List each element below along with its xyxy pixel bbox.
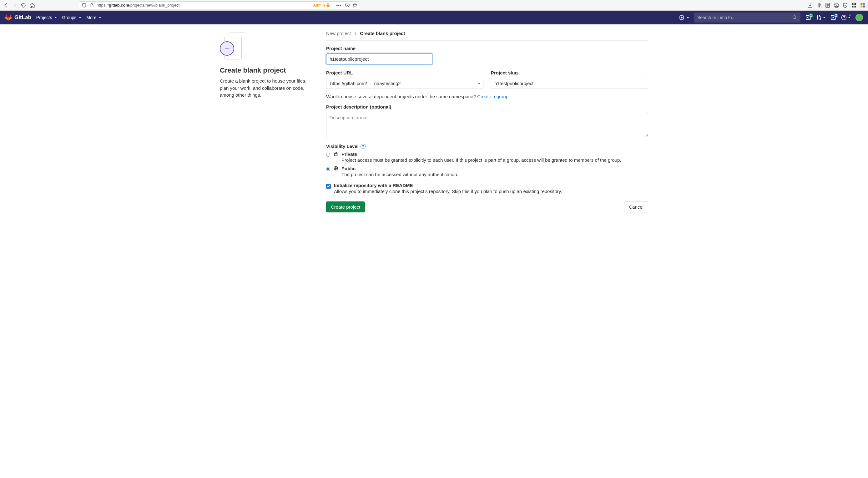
breadcrumb: New project ❯ Create blank project: [326, 31, 648, 41]
plus-box-icon: [679, 15, 684, 20]
ublock-icon[interactable]: u: [842, 2, 848, 8]
pocket-icon[interactable]: [345, 3, 350, 8]
search-icon: [792, 15, 797, 20]
project-url-label: Project URL: [326, 70, 484, 76]
cancel-button[interactable]: Cancel: [624, 202, 648, 212]
lock-icon: [333, 151, 338, 156]
svg-rect-24: [334, 154, 337, 156]
visibility-private-option[interactable]: Private Project access must be granted e…: [326, 151, 648, 163]
namespace-hint: Want to house several dependent projects…: [326, 94, 648, 99]
browser-toolbar-right: u: [807, 2, 866, 8]
reader-icon[interactable]: [825, 2, 831, 8]
svg-rect-11: [863, 3, 865, 5]
visibility-public-option[interactable]: Public The project can be accessed witho…: [326, 166, 648, 177]
left-column: ＋ Create blank project Create a blank pr…: [220, 31, 314, 212]
svg-text:u: u: [844, 4, 846, 6]
help-icon: [841, 15, 847, 20]
page-description: Create a blank project to house your fil…: [220, 78, 314, 99]
visibility-private-radio[interactable]: [326, 153, 330, 157]
visibility-public-radio[interactable]: [326, 167, 330, 171]
url-text: https://gitlab.com/projects/new#blank_pr…: [97, 3, 311, 7]
breadcrumb-separator: ❯: [354, 31, 357, 35]
namespace-dropdown-caret[interactable]: [475, 78, 484, 89]
blank-project-icon: ＋: [220, 33, 247, 61]
nav-forward-button: [11, 2, 18, 9]
admin-badge: Admin: [313, 3, 330, 7]
search-input[interactable]: [697, 15, 792, 20]
home-button[interactable]: [29, 2, 36, 9]
nav-issues[interactable]: 1: [805, 15, 811, 20]
svg-rect-13: [863, 5, 865, 7]
page-actions-icon[interactable]: •••: [336, 2, 342, 9]
project-slug-input[interactable]: [491, 78, 648, 89]
nav-new-button[interactable]: [679, 15, 689, 20]
form-actions: Create project Cancel: [326, 202, 648, 212]
readme-checkbox[interactable]: [326, 184, 331, 189]
todos-count: 2: [834, 13, 838, 18]
readme-option[interactable]: Initialize repository with a README Allo…: [326, 183, 648, 194]
nav-more[interactable]: More: [86, 15, 101, 20]
nav-merge-requests[interactable]: [816, 15, 826, 20]
page-content: ＋ Create blank project Create a blank pr…: [211, 24, 657, 225]
svg-rect-12: [861, 5, 862, 7]
project-slug-label: Project slug: [491, 70, 648, 76]
project-url-group: Project URL https://gitlab.com/ naaytest…: [326, 70, 484, 89]
svg-point-4: [836, 4, 837, 5]
downloads-icon[interactable]: [807, 2, 813, 8]
browser-chrome: https://gitlab.com/projects/new#blank_pr…: [0, 0, 868, 11]
project-slug-group: Project slug: [491, 70, 648, 89]
form-column: New project ❯ Create blank project Proje…: [326, 31, 648, 212]
library-icon[interactable]: [816, 2, 822, 8]
project-name-label: Project name: [326, 46, 648, 51]
url-prefix: https://gitlab.com/: [326, 78, 371, 89]
account-icon[interactable]: [834, 2, 839, 8]
svg-rect-10: [861, 3, 862, 5]
ext-grid-icon[interactable]: [851, 2, 857, 8]
svg-rect-1: [327, 4, 329, 6]
merge-request-icon: [816, 15, 822, 20]
nav-todos[interactable]: 2: [831, 15, 836, 20]
namespace-select[interactable]: naaytesting2: [371, 78, 475, 89]
gitlab-wordmark: GitLab: [14, 14, 31, 21]
project-name-input[interactable]: [326, 54, 432, 64]
notification-dot: [848, 14, 851, 17]
nav-back-button[interactable]: [2, 2, 9, 9]
page-title: Create blank project: [220, 66, 314, 74]
issues-count: 1: [809, 13, 813, 18]
lock-icon: [89, 3, 94, 8]
svg-rect-9: [855, 6, 856, 7]
visibility-label: Visibility Level ?: [326, 144, 648, 149]
nav-search[interactable]: [694, 12, 801, 23]
readme-label: Initialize repository with a README: [334, 183, 562, 188]
svg-point-17: [808, 17, 809, 19]
nav-projects[interactable]: Projects: [36, 15, 57, 20]
breadcrumb-current: Create blank project: [360, 31, 405, 36]
nav-groups[interactable]: Groups: [62, 15, 81, 20]
reload-button[interactable]: [20, 2, 27, 9]
create-project-button[interactable]: Create project: [326, 202, 365, 212]
ext-color-icon[interactable]: [860, 2, 866, 8]
gitlab-logo-icon: [5, 14, 12, 21]
svg-rect-7: [855, 3, 856, 5]
description-label: Project description (optional): [326, 104, 648, 110]
svg-rect-6: [852, 3, 853, 5]
separator: [333, 2, 333, 8]
svg-rect-8: [852, 6, 853, 7]
tracking-shield-icon: [82, 3, 87, 8]
nav-help[interactable]: [841, 15, 850, 20]
user-avatar[interactable]: [856, 14, 863, 21]
description-textarea[interactable]: [326, 112, 648, 137]
gitlab-logo[interactable]: GitLab: [5, 14, 31, 21]
breadcrumb-parent[interactable]: New project: [326, 31, 351, 36]
globe-icon: [333, 166, 338, 171]
gitlab-navbar: GitLab Projects Groups More 1 2: [0, 11, 868, 24]
create-group-link[interactable]: Create a group.: [477, 94, 510, 99]
visibility-help-icon[interactable]: ?: [361, 144, 366, 149]
readme-description: Allows you to immediately clone this pro…: [334, 189, 562, 194]
address-bar[interactable]: https://gitlab.com/projects/new#blank_pr…: [79, 1, 360, 9]
svg-rect-0: [90, 5, 93, 7]
bookmark-star-icon[interactable]: [352, 3, 358, 8]
svg-point-23: [844, 19, 844, 20]
